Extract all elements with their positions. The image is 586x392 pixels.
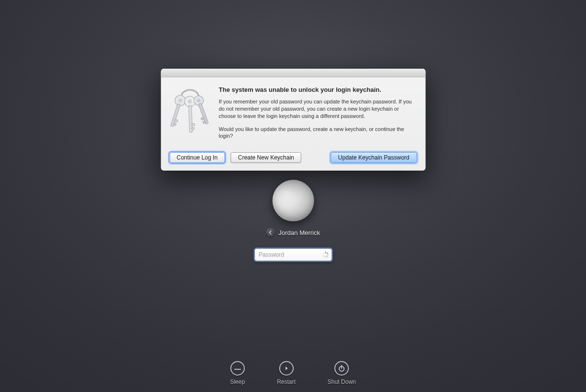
svg-rect-26: [198, 103, 209, 124]
user-display-name: Jordan Merrick: [279, 229, 320, 236]
continue-login-button[interactable]: Continue Log In: [169, 152, 225, 163]
update-keychain-password-button[interactable]: Update Keychain Password: [331, 152, 417, 163]
create-new-keychain-button[interactable]: Create New Keychain: [231, 152, 301, 163]
dialog-paragraph-2: Would you like to update the password, c…: [219, 126, 416, 140]
keychain-dialog: The system was unable to unlock your log…: [161, 69, 425, 171]
sleep-icon: [230, 361, 245, 376]
restart-button[interactable]: Restart: [277, 361, 296, 385]
svg-line-1: [327, 253, 328, 254]
svg-line-7: [323, 253, 324, 254]
shutdown-button[interactable]: Shut Down: [328, 361, 356, 385]
arrow-left-icon: [268, 230, 273, 235]
dialog-paragraph-1: If you remember your old password you ca…: [219, 98, 416, 120]
user-avatar[interactable]: [272, 180, 314, 221]
dialog-button-row: Continue Log In Create New Keychain Upda…: [161, 149, 425, 171]
dialog-text: The system was unable to unlock your log…: [219, 86, 416, 145]
password-field-wrap: [255, 248, 332, 261]
sleep-label: Sleep: [230, 378, 245, 385]
svg-rect-22: [192, 124, 195, 126]
dialog-titlebar: [161, 69, 425, 77]
svg-line-5: [323, 256, 324, 257]
svg-line-3: [327, 256, 328, 257]
svg-marker-9: [285, 366, 288, 370]
dialog-body: The system was unable to unlock your log…: [161, 77, 425, 149]
password-input[interactable]: [255, 248, 332, 261]
login-stack: Jordan Merrick: [255, 180, 332, 261]
restart-icon: [279, 361, 294, 376]
power-icon: [334, 361, 349, 376]
spinner-icon: [322, 251, 329, 258]
restart-label: Restart: [277, 378, 296, 385]
golfball-texture: [272, 180, 314, 221]
svg-rect-18: [173, 123, 176, 125]
shutdown-label: Shut Down: [328, 378, 356, 385]
keychain-icon: [169, 86, 210, 145]
user-name-row: Jordan Merrick: [266, 228, 320, 237]
dialog-heading: The system was unable to unlock your log…: [219, 86, 416, 93]
power-controls: Sleep Restart Shut Down: [230, 361, 356, 385]
back-button[interactable]: [266, 228, 275, 237]
sleep-button[interactable]: Sleep: [230, 361, 245, 385]
svg-rect-23: [192, 128, 194, 130]
